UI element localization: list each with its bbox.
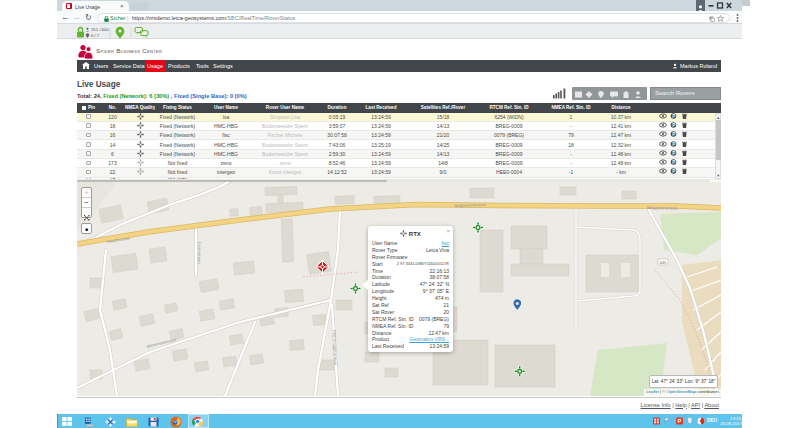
svg-text:6 / 7: 6 / 7 — [91, 33, 100, 38]
svg-text:Balgacherstrasse: Balgacherstrasse — [647, 205, 679, 211]
svg-text:Lindenstrasse: Lindenstrasse — [197, 242, 201, 264]
svg-text:P: P — [678, 418, 682, 424]
svg-text:445: 445 — [660, 260, 667, 265]
svg-text:151 / 600: 151 / 600 — [91, 27, 109, 32]
